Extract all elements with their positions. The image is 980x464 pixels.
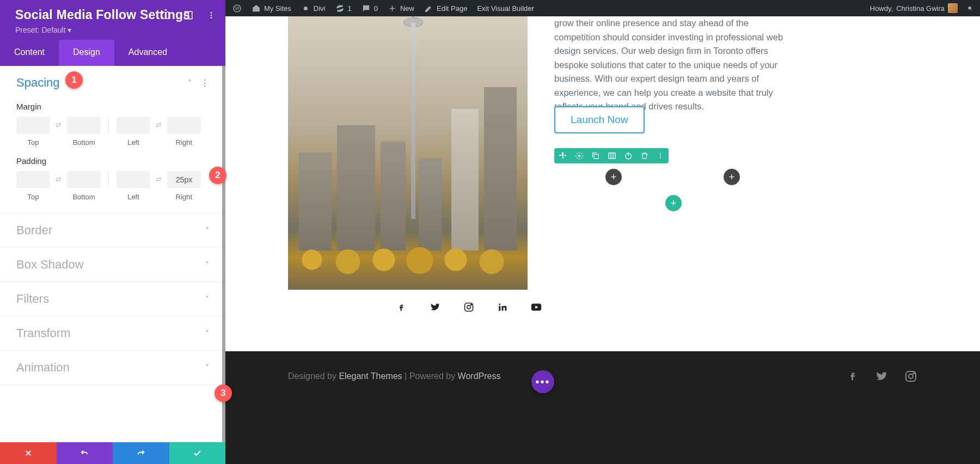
wordpress-link[interactable]: WordPress — [458, 371, 501, 381]
padding-bottom-input[interactable] — [67, 171, 101, 188]
new-link[interactable]: New — [383, 0, 419, 16]
margin-right-input[interactable] — [167, 117, 201, 134]
undo-button[interactable] — [57, 442, 113, 464]
add-module-left-button[interactable]: + — [605, 169, 622, 185]
annotation-3: 3 — [215, 384, 232, 402]
my-sites-link[interactable]: My Sites — [247, 0, 296, 16]
settings-icon[interactable] — [575, 151, 584, 160]
duplicate-icon[interactable] — [591, 151, 600, 160]
padding-label: Padding — [16, 156, 209, 166]
linkedin-icon[interactable] — [497, 301, 509, 313]
svg-point-18 — [660, 155, 661, 156]
builder-fab-button[interactable]: ••• — [531, 370, 554, 393]
svg-point-21 — [467, 306, 471, 309]
svg-point-17 — [660, 153, 661, 154]
layout-icon[interactable] — [183, 10, 194, 21]
svg-point-27 — [909, 374, 913, 378]
svg-point-4 — [211, 17, 212, 19]
settings-sidebar: Social Media Follow Settings Preset: Def… — [0, 0, 225, 464]
hero-image — [288, 16, 528, 290]
instagram-icon[interactable] — [463, 301, 475, 313]
sidebar-header: Social Media Follow Settings Preset: Def… — [0, 0, 225, 40]
body-paragraph: grow their online presence and stay ahea… — [554, 16, 788, 114]
add-module-right-button[interactable]: + — [724, 169, 740, 185]
avatar — [948, 3, 958, 13]
svg-rect-12 — [609, 153, 615, 159]
sidebar-actions — [0, 442, 225, 464]
section-filters-header[interactable]: Filters˅ — [0, 282, 225, 316]
padding-right-input[interactable] — [167, 171, 201, 188]
padding-top-input[interactable] — [16, 171, 50, 188]
site-link[interactable]: Divi — [296, 0, 330, 16]
caret-down-icon: ▾ — [68, 26, 71, 34]
footer-credits: Designed by Elegant Themes | Powered by … — [288, 371, 500, 381]
annotation-1: 1 — [65, 71, 83, 89]
margin-top-input[interactable] — [16, 117, 50, 134]
sidebar-body[interactable]: Spacing ˄ ⋮ Margin Top ⇄ Bottom Left ⇄ R… — [0, 66, 225, 442]
svg-point-3 — [211, 15, 212, 16]
facebook-icon[interactable] — [395, 301, 407, 313]
trash-icon[interactable] — [640, 151, 649, 160]
module-more-icon[interactable] — [657, 152, 664, 160]
link-icon[interactable]: ⇄ — [54, 121, 63, 129]
margin-bottom-input[interactable] — [67, 117, 101, 134]
chevron-up-icon: ˄ — [188, 78, 192, 87]
wp-logo[interactable]: W — [228, 0, 247, 16]
wp-admin-bar: W My Sites Divi 1 0 New Edit Page Exit V… — [225, 0, 980, 16]
footer-twitter-icon[interactable] — [875, 370, 888, 383]
comments-link[interactable]: 0 — [357, 0, 383, 16]
tab-content[interactable]: Content — [0, 40, 59, 66]
svg-point-22 — [471, 304, 472, 306]
link-icon[interactable]: ⇄ — [54, 175, 63, 184]
user-menu[interactable]: Howdy, Christina Gwira — [865, 0, 963, 16]
section-border-header[interactable]: Border˅ — [0, 213, 225, 247]
svg-text:W: W — [235, 5, 239, 11]
section-box-shadow-header[interactable]: Box Shadow˅ — [0, 248, 225, 282]
spacing-controls: Margin Top ⇄ Bottom Left ⇄ Right Padding… — [0, 102, 225, 213]
move-icon[interactable] — [559, 151, 567, 160]
svg-rect-11 — [594, 154, 598, 158]
add-row-button[interactable]: + — [665, 195, 682, 211]
youtube-icon[interactable] — [530, 301, 542, 313]
svg-point-24 — [499, 303, 500, 305]
settings-tabs: Content Design Advanced — [0, 40, 225, 66]
section-animation-header[interactable]: Animation˅ — [0, 351, 225, 384]
module-toolbar — [554, 148, 669, 163]
tab-design[interactable]: Design — [59, 40, 114, 66]
footer-instagram-icon[interactable] — [904, 370, 917, 383]
svg-point-9 — [969, 7, 971, 9]
elegant-themes-link[interactable]: Elegant Themes — [339, 371, 402, 381]
more-icon[interactable] — [206, 10, 217, 21]
svg-point-28 — [914, 373, 915, 374]
svg-rect-23 — [499, 306, 500, 311]
link-icon[interactable]: ⇄ — [155, 121, 163, 129]
preset-dropdown[interactable]: Preset: Default ▾ — [15, 26, 210, 34]
cancel-button[interactable] — [0, 442, 57, 464]
chevron-down-icon: ˅ — [205, 226, 209, 235]
section-transform-header[interactable]: Transform˅ — [0, 316, 225, 350]
columns-icon[interactable] — [608, 151, 616, 160]
svg-point-19 — [660, 157, 661, 158]
section-more-icon[interactable]: ⋮ — [200, 78, 209, 88]
save-button[interactable] — [169, 442, 226, 464]
launch-now-button[interactable]: Launch Now — [554, 106, 645, 133]
expand-icon[interactable] — [160, 10, 171, 21]
redo-button[interactable] — [113, 442, 169, 464]
twitter-icon[interactable] — [429, 301, 441, 313]
footer-facebook-icon[interactable] — [847, 370, 859, 383]
power-icon[interactable] — [624, 151, 633, 160]
updates-link[interactable]: 1 — [330, 0, 357, 16]
edit-page-link[interactable]: Edit Page — [419, 0, 472, 16]
page-canvas: grow their online presence and stay ahea… — [225, 16, 980, 464]
tab-advanced[interactable]: Advanced — [114, 40, 181, 66]
margin-label: Margin — [16, 102, 209, 111]
padding-left-input[interactable] — [117, 171, 150, 188]
chevron-down-icon: ˅ — [205, 295, 209, 303]
margin-left-input[interactable] — [117, 117, 150, 134]
exit-visual-builder-link[interactable]: Exit Visual Builder — [472, 0, 539, 16]
section-spacing-header[interactable]: Spacing ˄ ⋮ — [0, 66, 225, 100]
link-icon[interactable]: ⇄ — [155, 175, 163, 184]
svg-point-2 — [211, 12, 212, 14]
chevron-down-icon: ˅ — [205, 363, 209, 372]
search-icon[interactable] — [963, 0, 978, 16]
